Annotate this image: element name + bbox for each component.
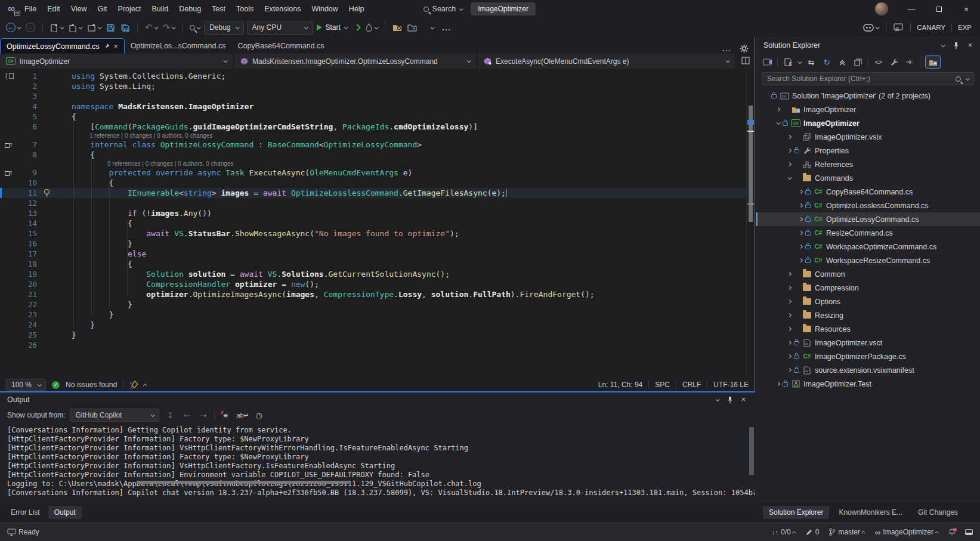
send-feedback-button[interactable] [892, 23, 904, 32]
document-tab-1[interactable]: OptimizeLos...sCommand.cs [125, 38, 232, 54]
document-tab-2[interactable]: CopyBase64Command.cs [231, 38, 330, 54]
codelens-text[interactable]: 1 reference | 0 changes | 0 authors, 0 c… [89, 132, 212, 140]
code-line-1[interactable]: {1using System.Collections.Generic; [0, 71, 755, 81]
output-source-dropdown[interactable]: GitHub Copilot [70, 409, 159, 422]
code-line-10[interactable]: 10 { [0, 178, 755, 188]
sync-namespaces-button[interactable] [406, 23, 418, 32]
maximize-button[interactable] [925, 0, 953, 18]
expander-right-icon[interactable] [784, 327, 794, 330]
properties-wrench-button[interactable] [889, 57, 899, 67]
zoom-level-dropdown[interactable]: 100 % [6, 379, 46, 391]
horizontal-scrollbar-thumb[interactable] [137, 481, 349, 484]
redo-button[interactable]: ↷ [162, 22, 177, 33]
expander-right-icon[interactable] [784, 163, 794, 166]
issues-status[interactable]: No issues found [66, 381, 117, 389]
tree-item-compression[interactable]: Compression [756, 281, 980, 295]
home-view-button[interactable] [762, 57, 772, 67]
tree-item-properties[interactable]: Properties [756, 144, 980, 157]
code-line-18[interactable]: 18 { [0, 259, 755, 269]
panel-tab-knownmonikers-e-[interactable]: KnownMonikers E... [833, 506, 908, 519]
editor-scrollbar[interactable] [746, 69, 755, 378]
sync-with-active-document-button[interactable] [783, 57, 793, 67]
tree-item-commands[interactable]: Commands [756, 171, 980, 185]
expander-right-icon[interactable] [784, 369, 794, 372]
properties-button[interactable] [852, 57, 863, 67]
chevron-down-icon[interactable] [715, 397, 719, 401]
expander-right-icon[interactable] [796, 245, 805, 248]
expander-down-icon[interactable] [784, 177, 794, 180]
expander-right-icon[interactable] [796, 204, 805, 207]
refresh-icon[interactable]: ↻ [821, 57, 832, 67]
code-line-16[interactable]: 16 } [0, 239, 755, 249]
preview-selected-items-button[interactable] [904, 57, 915, 67]
tree-item-imageoptimizer-vsct[interactable]: ∞ImageOptimizer.vsct [756, 336, 980, 350]
code-line-11[interactable]: 11 IEnumerable<string> images = await Op… [0, 188, 755, 198]
caret-position[interactable]: Ln: 11, Ch: 94 [598, 381, 643, 389]
code-line-9[interactable]: 9 protected override async Task ExecuteA… [0, 168, 755, 178]
expander-right-icon[interactable] [773, 108, 783, 111]
pane-tab-error-list[interactable]: Error List [5, 506, 46, 519]
document-tab-0[interactable]: OptimizeLossyCommand.cs× [0, 38, 125, 54]
chevron-down-icon[interactable] [798, 60, 802, 64]
tree-item-imageoptimizer[interactable]: C#ImageOptimizer [756, 116, 980, 130]
collapse-all-button[interactable] [837, 57, 848, 67]
word-wrap-button[interactable]: ab↵ [236, 412, 248, 419]
expander-right-icon[interactable] [784, 273, 794, 276]
code-line-12[interactable]: 12 [0, 198, 755, 208]
expander-right-icon[interactable] [784, 300, 794, 303]
expander-right-icon[interactable] [796, 259, 805, 262]
code-line-14[interactable]: 14 { [0, 218, 755, 228]
tree-item-options[interactable]: Options [756, 295, 980, 308]
project-dropdown[interactable]: C# ImageOptimizer [0, 54, 233, 69]
start-debug-button[interactable]: Start [316, 23, 348, 32]
find-button[interactable] [188, 25, 201, 30]
menu-item-project[interactable]: Project [113, 0, 147, 18]
expander-right-icon[interactable] [796, 231, 805, 234]
tree-item-solution-imageoptimizer-2-of-2-projects-[interactable]: ∞Solution 'ImageOptimizer' (2 of 2 proje… [756, 89, 980, 103]
chevron-down-icon[interactable] [941, 43, 945, 47]
tree-item-imageoptimizer-vsix[interactable]: ImageOptimizer.vsix [756, 130, 980, 144]
line-ending-mode[interactable]: CRLF [682, 381, 701, 389]
tree-item-references[interactable]: References [756, 157, 980, 171]
copilot-button[interactable] [862, 24, 880, 32]
code-line-17[interactable]: 17 else [0, 249, 755, 259]
view-code-button[interactable]: <> [873, 57, 884, 67]
type-dropdown[interactable]: MadsKristensen.ImageOptimizer.OptimizeLo… [234, 54, 476, 69]
menu-item-debug[interactable]: Debug [174, 0, 206, 18]
tree-item-resources[interactable]: Resources [756, 322, 980, 336]
minimize-button[interactable]: — [898, 0, 925, 18]
pane-tab-output[interactable]: Output [48, 506, 82, 519]
tab-overflow-button[interactable]: … [722, 43, 732, 54]
navigate-back-button[interactable]: ← [5, 23, 21, 32]
member-dropdown[interactable]: ExecuteAsync(OleMenuCmdEventArgs e) [478, 54, 735, 69]
git-branch-button[interactable]: master [828, 528, 865, 536]
clear-all-button[interactable]: ≡✗ [220, 411, 231, 420]
tree-item-copybase64command-cs[interactable]: C#CopyBase64Command.cs [756, 185, 980, 199]
search-control[interactable]: Search [423, 5, 463, 13]
save-button[interactable] [105, 23, 116, 32]
repository-picker-button[interactable]: ∞ ImageOptimizer [875, 528, 939, 537]
expander-right-icon[interactable] [784, 286, 794, 289]
close-icon[interactable]: × [968, 41, 972, 50]
solution-configuration-dropdown[interactable]: Debug [204, 21, 243, 35]
expander-right-icon[interactable] [796, 218, 805, 221]
expander-right-icon[interactable] [773, 382, 783, 385]
code-line-24[interactable]: 24 } [0, 320, 755, 330]
code-line-20[interactable]: 20 CompressionHandler optimizer = new(); [0, 279, 755, 289]
output-log[interactable]: [Conversations Information] Getting Copi… [0, 423, 755, 497]
code-line-21[interactable]: 21 optimizer.OptimizeImagesAsync(images,… [0, 289, 755, 299]
new-file-button[interactable] [49, 23, 64, 32]
encoding-mode[interactable]: UTF-16 LE [713, 381, 749, 389]
close-icon[interactable]: × [114, 42, 118, 51]
panel-tab-git-changes[interactable]: Git Changes [912, 506, 964, 519]
tree-item-imageoptimizer[interactable]: ImageOptimizer [756, 103, 980, 116]
solution-platform-dropdown[interactable]: Any CPU [247, 21, 313, 35]
save-all-button[interactable] [119, 23, 131, 32]
notifications-button[interactable] [948, 528, 956, 536]
undo-button[interactable]: ↶ [144, 22, 159, 33]
code-line-4[interactable]: 4namespace MadsKristensen.ImageOptimizer [0, 101, 755, 112]
pin-icon[interactable] [727, 396, 733, 404]
pin-icon[interactable] [953, 42, 959, 50]
solution-explorer-search[interactable]: Search Solution Explorer (Ctrl+;) [762, 72, 974, 85]
code-line-6[interactable]: 6 [Command(PackageGuids.guidImageOptimiz… [0, 122, 755, 132]
